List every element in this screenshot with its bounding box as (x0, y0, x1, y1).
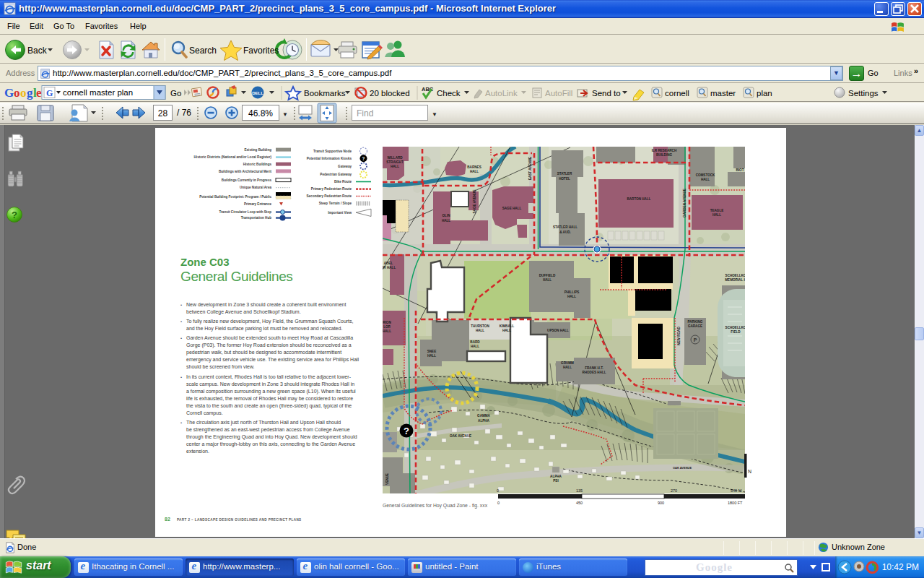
svg-text:KIMBALL: KIMBALL (500, 324, 515, 328)
svg-text:o: o (14, 86, 20, 100)
svg-text:OLIN: OLIN (443, 214, 451, 217)
svg-text:GARAGE: GARAGE (688, 324, 702, 328)
svg-text:270: 270 (671, 488, 677, 493)
svg-text:RHODES HALL: RHODES HALL (582, 371, 606, 374)
svg-text:LOR: LOR (383, 325, 391, 329)
svg-text:HALL: HALL (471, 345, 479, 348)
svg-text:COMSTOCK: COMSTOCK (696, 173, 715, 177)
svg-text:Primary Entrance: Primary Entrance (244, 202, 271, 206)
svg-text:540 M: 540 M (731, 488, 742, 493)
svg-text:OR HALL: OR HALL (383, 266, 396, 269)
svg-text:MEMORIAL H: MEMORIAL H (725, 278, 746, 282)
svg-text:Transit Supportive Node: Transit Supportive Node (313, 150, 352, 153)
svg-text:Go: Go (170, 89, 181, 98)
svg-text:FRANK H.T.: FRANK H.T. (585, 366, 603, 370)
svg-text:HALL: HALL (563, 366, 572, 369)
svg-text:SCHOELLKO: SCHOELLKO (725, 326, 746, 329)
svg-text:FIELD: FIELD (731, 330, 741, 334)
svg-text:0: 0 (497, 501, 500, 505)
svg-text:Bookmarks: Bookmarks (304, 89, 346, 98)
svg-text:Existing Building: Existing Building (244, 148, 271, 152)
svg-text:g: g (27, 86, 33, 100)
svg-text:N: N (748, 469, 751, 474)
svg-text:GARDEN AVENUE: GARDEN AVENUE (683, 189, 687, 217)
svg-text:BARD: BARD (470, 340, 480, 344)
svg-text:GRUMM: GRUMM (561, 361, 574, 365)
svg-text:AutoLink: AutoLink (485, 89, 518, 98)
svg-text:SNEE: SNEE (427, 350, 437, 353)
svg-text:?: ? (404, 426, 409, 436)
svg-text:HALL: HALL (442, 219, 450, 223)
svg-text:AutoFill: AutoFill (545, 89, 572, 98)
svg-text:HALL: HALL (567, 295, 576, 298)
svg-text:Important View: Important View (328, 211, 352, 215)
svg-text:Send to: Send to (592, 89, 621, 98)
svg-text:STATLER HALL: STATLER HALL (553, 225, 578, 229)
svg-text:Buildings Currently in Progres: Buildings Currently in Progress (222, 178, 272, 182)
svg-text:HALL: HALL (701, 178, 710, 181)
svg-text:HALL: HALL (470, 170, 479, 173)
svg-text:OAK AVENUE: OAK AVENUE (673, 466, 692, 470)
svg-text:HALL: HALL (476, 329, 484, 332)
svg-text:DUFFIELD: DUFFIELD (539, 274, 556, 277)
svg-text:UPSON HALL: UPSON HALL (547, 329, 569, 332)
svg-text:Historic Buildings: Historic Buildings (243, 163, 272, 166)
svg-text:Buildings with Architectural M: Buildings with Architectural Merit (219, 170, 272, 173)
svg-text:Gateway: Gateway (338, 165, 352, 168)
svg-text:1800 FT: 1800 FT (728, 501, 743, 505)
svg-text:Settings: Settings (848, 89, 879, 98)
svg-text:cornell: cornell (665, 89, 689, 98)
svg-text:Pedestrian Gateway: Pedestrian Gateway (320, 173, 352, 176)
svg-text:HALL: HALL (391, 165, 399, 168)
svg-text:450: 450 (576, 501, 583, 505)
svg-text:cornell master plan: cornell master plan (63, 88, 133, 97)
svg-text:BARTON HALL: BARTON HALL (627, 197, 650, 201)
svg-text:ABEL: ABEL (384, 262, 393, 265)
svg-text:GAMMA: GAMMA (477, 414, 491, 418)
svg-text:EAST AVENUE: EAST AVENUE (528, 157, 532, 180)
svg-text:Potential Building Footprint:: Potential Building Footprint: Program / … (199, 195, 271, 199)
svg-text:?: ? (362, 156, 365, 161)
svg-text:NEW ROAD: NEW ROAD (677, 327, 681, 345)
svg-text:& AUD.: & AUD. (559, 230, 571, 234)
svg-text:RION: RION (383, 321, 391, 324)
svg-text:THURSTON: THURSTON (471, 324, 489, 328)
svg-text:?: ? (12, 210, 17, 220)
svg-text:SAGE AVENUE: SAGE AVENUE (473, 190, 476, 214)
svg-text:SAGE HALL: SAGE HALL (502, 207, 522, 210)
svg-text:STRAIGHT: STRAIGHT (386, 160, 404, 164)
svg-text:HALL: HALL (427, 354, 436, 358)
svg-text:HALL: HALL (712, 213, 721, 217)
svg-text:BARNES: BARNES (467, 165, 481, 169)
svg-text:HALL: HALL (502, 329, 511, 332)
svg-text:BIOT: BIOT (736, 168, 744, 172)
svg-text:Unique Natural Area: Unique Natural Area (240, 186, 271, 189)
svg-text:TEAGLE: TEAGLE (710, 209, 724, 212)
svg-text:ILR RESEARCH: ILR RESEARCH (652, 149, 677, 152)
svg-text:PSI: PSI (553, 479, 558, 483)
svg-text:WILLARD: WILLARD (387, 156, 403, 160)
svg-text:PHILLIPS: PHILLIPS (565, 290, 580, 294)
svg-text:master: master (710, 89, 736, 98)
svg-text:OAK AVENUE: OAK AVENUE (450, 434, 471, 438)
svg-text:P: P (694, 337, 697, 342)
svg-text:G: G (4, 86, 14, 100)
svg-text:VENUE: VENUE (385, 473, 389, 485)
svg-text:o: o (20, 86, 27, 100)
svg-text:Check: Check (437, 89, 461, 98)
svg-text:0: 0 (497, 488, 499, 493)
svg-text:Potential Information Kiosks: Potential Information Kiosks (307, 157, 352, 160)
svg-text:plan: plan (757, 89, 772, 98)
svg-text:135: 135 (576, 488, 583, 493)
svg-text:DELL: DELL (252, 91, 263, 95)
svg-text:HOTEL: HOTEL (559, 177, 570, 181)
svg-text:ALPHA: ALPHA (478, 419, 490, 423)
svg-text:Secondary Pedestrian Route: Secondary Pedestrian Route (306, 194, 352, 198)
svg-text:Primary Pedestrian Route: Primary Pedestrian Route (311, 187, 352, 191)
svg-text:Historic Districts (National a: Historic Districts (National and/or Loca… (194, 155, 272, 159)
svg-text:HALL: HALL (383, 329, 391, 333)
svg-text:HALL: HALL (543, 278, 552, 282)
svg-text:PARKING: PARKING (688, 320, 703, 324)
svg-text:Bike Route: Bike Route (334, 180, 352, 184)
svg-text:900: 900 (658, 501, 664, 505)
